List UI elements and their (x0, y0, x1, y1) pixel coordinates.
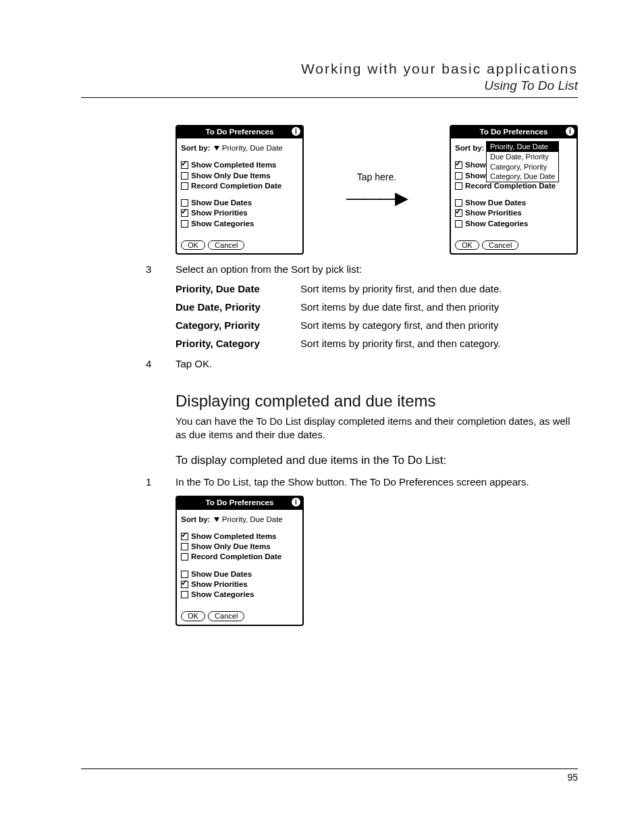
label-categories: Show Categories (191, 590, 254, 598)
checkbox-completed[interactable] (181, 161, 188, 169)
label-show-short1: Show (465, 161, 486, 169)
option-label: Priority, Category (176, 338, 300, 349)
label-only-due: Show Only Due Items (191, 172, 271, 180)
sort-by-value[interactable]: Priority, Due Date (222, 515, 283, 523)
dropdown-option[interactable]: Due Date, Priority (487, 152, 558, 162)
dialog-title: To Do Preferences i (177, 126, 302, 138)
palm-dialog-bottom: To Do Preferences i Sort by: Priority, D… (176, 496, 304, 625)
dropdown-arrow-icon[interactable] (214, 146, 219, 151)
dropdown-option-selected[interactable]: Priority, Due Date (487, 142, 558, 152)
procedure-heading: To display completed and due items in th… (176, 454, 578, 467)
label-completed: Show Completed Items (191, 532, 277, 540)
checkbox-priorities[interactable] (455, 209, 462, 217)
page-footer: 95 (81, 768, 578, 783)
button-row: OK Cancel (181, 240, 245, 251)
cancel-button[interactable]: Cancel (208, 611, 244, 621)
arrow-right-icon: ———▶ (312, 188, 441, 209)
ok-button[interactable]: OK (455, 240, 479, 251)
cancel-button[interactable]: Cancel (482, 240, 518, 251)
label-show-short2: Show (465, 172, 486, 180)
sort-by-row: Sort by: Priority, Due Date (181, 144, 298, 153)
checkbox-due-dates[interactable] (181, 199, 188, 207)
sort-options-table: Priority, Due Date Sort items by priorit… (176, 283, 578, 349)
checkbox-completed[interactable] (181, 533, 188, 540)
label-categories: Show Categories (465, 219, 528, 228)
palm-dialog-left: To Do Preferences i Sort by: Priority, D… (176, 125, 304, 255)
checkbox-categories[interactable] (181, 220, 188, 228)
page: Working with your basic applications Usi… (0, 0, 644, 834)
checkbox-only-due[interactable] (181, 172, 188, 180)
label-priorities: Show Priorities (191, 580, 248, 588)
checkbox-rec-date[interactable] (181, 182, 188, 190)
section-title: Using To Do List (81, 78, 578, 93)
checkbox-priorities[interactable] (181, 581, 188, 588)
paragraph: You can have the To Do List display comp… (176, 415, 578, 442)
step-number: 4 (146, 357, 166, 371)
checkbox-only-due[interactable] (181, 543, 188, 550)
figure-single: To Do Preferences i Sort by: Priority, D… (176, 496, 578, 625)
label-priorities: Show Priorities (191, 209, 248, 217)
dialog-title: To Do Preferences i (177, 497, 302, 509)
dialog-body: Sort by: Priority, Due Date Show Complet… (177, 513, 302, 625)
sort-by-row: Sort by: Priority, Due Date (181, 515, 298, 524)
figure-callout: Tap here. ———▶ (312, 172, 441, 209)
option-label: Priority, Due Date (176, 283, 300, 294)
sort-dropdown-open: Priority, Due Date Due Date, Priority Ca… (486, 141, 559, 182)
option-label: Due Date, Priority (176, 301, 300, 313)
option-desc: Sort items by priority first, and then d… (300, 283, 578, 294)
dropdown-option[interactable]: Category, Due Date (487, 172, 558, 182)
label-rec-date: Record Completion Date (465, 182, 556, 190)
sort-by-label: Sort by: (181, 144, 210, 152)
checkbox-priorities[interactable] (181, 209, 188, 217)
step-number: 3 (146, 263, 166, 276)
dropdown-arrow-icon[interactable] (214, 517, 219, 522)
content-area: To Do Preferences i Sort by: Priority, D… (176, 125, 578, 626)
option-row: Priority, Due Date Sort items by priorit… (176, 283, 578, 294)
checkbox-due-dates[interactable] (455, 199, 462, 207)
sort-by-label: Sort by: (455, 144, 484, 152)
info-icon[interactable]: i (566, 127, 574, 136)
figure-row: To Do Preferences i Sort by: Priority, D… (176, 125, 578, 255)
ok-button[interactable]: OK (181, 611, 205, 621)
dropdown-option[interactable]: Category, Priority (487, 162, 558, 172)
option-desc: Sort items by due date first, and then p… (300, 301, 578, 313)
step-1: 1 In the To Do List, tap the Show button… (146, 475, 578, 489)
checkbox-rec-date[interactable] (181, 553, 188, 561)
checkbox-only-due[interactable] (455, 172, 462, 180)
label-due-dates: Show Due Dates (191, 570, 252, 578)
step-4: 4 Tap OK. (146, 357, 578, 371)
dialog-title-text: To Do Preferences (206, 498, 274, 506)
checkbox-categories[interactable] (181, 591, 188, 598)
option-label: Category, Priority (176, 319, 300, 331)
option-row: Due Date, Priority Sort items by due dat… (176, 301, 578, 313)
info-icon[interactable]: i (292, 127, 300, 136)
label-due-dates: Show Due Dates (191, 199, 252, 207)
checkbox-due-dates[interactable] (181, 571, 188, 578)
label-completed: Show Completed Items (191, 161, 277, 169)
label-rec-date: Record Completion Date (191, 552, 281, 561)
checkbox-rec-date[interactable] (455, 182, 462, 190)
callout-text: Tap here. (312, 172, 441, 182)
dialog-title-text: To Do Preferences (206, 128, 274, 136)
option-desc: Sort items by priority first, and then c… (300, 338, 578, 349)
info-icon[interactable]: i (292, 498, 300, 506)
sort-by-value[interactable]: Priority, Due Date (222, 144, 283, 152)
cancel-button[interactable]: Cancel (208, 240, 244, 251)
option-row: Priority, Category Sort items by priorit… (176, 338, 578, 349)
checkbox-completed[interactable] (455, 161, 462, 169)
button-row: OK Cancel (455, 240, 519, 251)
label-priorities: Show Priorities (465, 209, 522, 217)
subsection-heading: Displaying completed and due items (176, 392, 578, 411)
step-text: Select an option from the Sort by pick l… (176, 263, 578, 276)
ok-button[interactable]: OK (181, 240, 205, 251)
option-desc: Sort items by category first, and then p… (300, 319, 578, 331)
step-text: In the To Do List, tap the Show button. … (176, 475, 578, 489)
page-header: Working with your basic applications Usi… (81, 61, 578, 98)
button-row: OK Cancel (181, 611, 245, 621)
step-number: 1 (146, 475, 166, 489)
dialog-title: To Do Preferences i (451, 126, 576, 138)
option-row: Category, Priority Sort items by categor… (176, 319, 578, 331)
dialog-body: Sort by: Priority, Due Date Due Date, Pr… (451, 141, 576, 253)
checkbox-categories[interactable] (455, 220, 462, 228)
dialog-title-text: To Do Preferences (480, 128, 548, 136)
